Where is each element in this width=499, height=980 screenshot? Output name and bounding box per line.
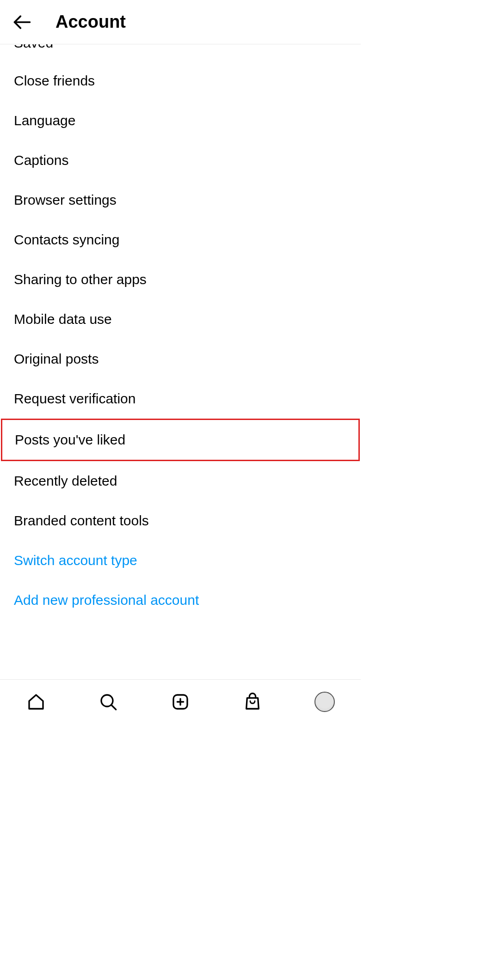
settings-item-request-verification[interactable]: Request verification xyxy=(0,379,361,419)
search-icon xyxy=(99,693,117,711)
plus-square-icon xyxy=(171,693,190,711)
settings-item-branded-content-tools[interactable]: Branded content tools xyxy=(0,501,361,541)
header: Account xyxy=(0,0,361,44)
nav-create[interactable] xyxy=(166,687,195,717)
blank-area xyxy=(0,724,361,980)
bottom-nav xyxy=(0,679,361,724)
settings-item-mobile-data-use[interactable]: Mobile data use xyxy=(0,299,361,339)
settings-item-recently-deleted[interactable]: Recently deleted xyxy=(0,461,361,501)
svg-point-1 xyxy=(101,695,113,706)
page-title: Account xyxy=(55,12,126,32)
settings-item-add-new-professional-account[interactable]: Add new professional account xyxy=(0,580,361,620)
settings-item-captions[interactable]: Captions xyxy=(0,140,361,180)
nav-home[interactable] xyxy=(21,687,51,717)
back-button[interactable] xyxy=(7,7,37,37)
arrow-left-icon xyxy=(12,12,32,32)
settings-item-posts-you-ve-liked[interactable]: Posts you've liked xyxy=(1,419,360,461)
shopping-bag-icon xyxy=(243,693,262,711)
settings-item-original-posts[interactable]: Original posts xyxy=(0,339,361,379)
settings-item-sharing-to-other-apps[interactable]: Sharing to other apps xyxy=(0,260,361,299)
settings-item-saved[interactable]: Saved xyxy=(0,44,361,61)
settings-item-switch-account-type[interactable]: Switch account type xyxy=(0,541,361,580)
home-icon xyxy=(27,693,45,711)
settings-item-close-friends[interactable]: Close friends xyxy=(0,61,361,101)
svg-line-2 xyxy=(112,705,116,709)
settings-item-browser-settings[interactable]: Browser settings xyxy=(0,180,361,220)
nav-shop[interactable] xyxy=(238,687,267,717)
settings-item-contacts-syncing[interactable]: Contacts syncing xyxy=(0,220,361,260)
settings-list[interactable]: SavedClose friendsLanguageCaptionsBrowse… xyxy=(0,44,361,679)
settings-item-language[interactable]: Language xyxy=(0,101,361,140)
nav-search[interactable] xyxy=(93,687,123,717)
profile-avatar-icon xyxy=(314,692,335,712)
nav-profile[interactable] xyxy=(310,687,339,717)
blank-area xyxy=(361,0,499,980)
